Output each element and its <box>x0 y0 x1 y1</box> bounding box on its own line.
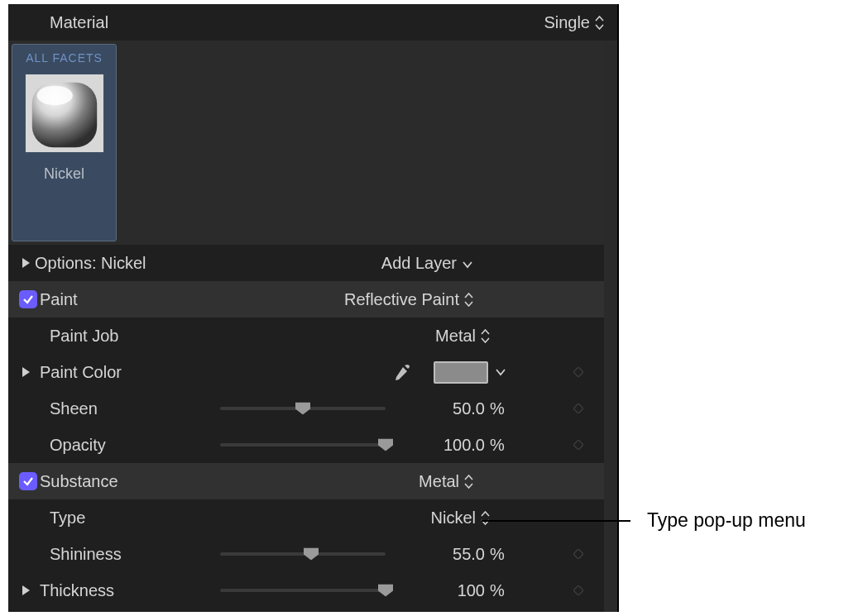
add-layer-popup[interactable]: Add Layer <box>381 254 473 273</box>
disclosure-triangle-icon[interactable] <box>17 585 35 596</box>
opacity-label: Opacity <box>50 436 106 455</box>
add-layer-label: Add Layer <box>381 254 457 273</box>
keyframe-icon[interactable] <box>573 366 584 378</box>
facet-tab-label: ALL FACETS <box>26 51 103 64</box>
substance-label: Substance <box>40 472 118 491</box>
chevron-down-icon <box>462 254 473 273</box>
paint-job-value: Metal <box>435 327 476 346</box>
facet-name: Nickel <box>44 165 84 183</box>
sheen-slider[interactable] <box>220 401 386 416</box>
shininess-row: Shininess 55.0 % <box>8 536 617 572</box>
facets-area: ALL FACETS Nickel <box>8 41 617 245</box>
paint-job-popup[interactable]: Metal <box>435 327 490 346</box>
callout-leader-line <box>482 520 630 522</box>
material-mode-popup[interactable]: Single <box>544 13 604 32</box>
opacity-unit: % <box>490 436 515 455</box>
sheen-label: Sheen <box>50 399 98 418</box>
keyframe-icon[interactable] <box>573 439 584 451</box>
type-row: Type Nickel <box>8 499 617 536</box>
callout-text: Type pop-up menu <box>647 509 806 532</box>
updown-icon <box>595 16 604 30</box>
updown-icon <box>464 475 473 489</box>
opacity-value[interactable]: 100.0 <box>410 436 485 455</box>
paint-job-label: Paint Job <box>50 327 118 346</box>
paint-type-value: Reflective Paint <box>344 290 459 309</box>
shininess-label: Shininess <box>50 545 122 564</box>
material-mode-label: Single <box>544 13 590 32</box>
type-popup[interactable]: Nickel <box>431 509 490 528</box>
disclosure-triangle-icon[interactable] <box>17 366 35 378</box>
substance-enable-checkbox[interactable] <box>19 472 37 490</box>
svg-point-2 <box>36 86 72 106</box>
facet-card[interactable]: ALL FACETS Nickel <box>12 44 117 241</box>
material-header: Material Single <box>8 4 617 41</box>
disclosure-triangle-icon[interactable] <box>17 257 35 269</box>
slider-thumb-icon[interactable] <box>378 439 393 451</box>
paint-color-label: Paint Color <box>40 363 122 382</box>
sheen-unit: % <box>490 399 515 418</box>
paint-job-row: Paint Job Metal <box>8 318 617 354</box>
shininess-slider[interactable] <box>220 547 386 561</box>
keyframe-icon[interactable] <box>573 403 584 414</box>
substance-section-header: Substance Metal <box>8 463 617 499</box>
thickness-label: Thickness <box>40 581 114 600</box>
substance-value: Metal <box>419 472 459 491</box>
slider-thumb-icon[interactable] <box>295 403 310 415</box>
keyframe-icon[interactable] <box>573 548 584 560</box>
material-preview-thumb <box>24 73 105 154</box>
paint-color-row: Paint Color <box>8 354 617 390</box>
shininess-unit: % <box>490 545 515 564</box>
sheen-row: Sheen 50.0 % <box>8 390 617 427</box>
scrollbar[interactable] <box>604 41 617 612</box>
paint-label: Paint <box>40 290 78 309</box>
paint-enable-checkbox[interactable] <box>19 290 37 308</box>
updown-icon <box>481 511 490 525</box>
thickness-unit: % <box>490 581 515 600</box>
shininess-value[interactable]: 55.0 <box>410 545 485 564</box>
thickness-value[interactable]: 100 <box>410 581 485 600</box>
material-title: Material <box>50 13 544 32</box>
paint-color-swatch-menu[interactable] <box>495 368 506 376</box>
sheen-value[interactable]: 50.0 <box>410 399 485 418</box>
updown-icon <box>481 329 490 343</box>
thickness-slider[interactable] <box>220 583 386 598</box>
type-value: Nickel <box>431 509 476 528</box>
paint-type-popup[interactable]: Reflective Paint <box>344 290 473 309</box>
options-row: Options: Nickel Add Layer <box>8 245 617 281</box>
options-label: Options: Nickel <box>35 254 146 273</box>
type-label: Type <box>50 509 85 528</box>
thickness-row: Thickness 100 % <box>8 572 617 609</box>
updown-icon <box>464 293 473 307</box>
substance-popup[interactable]: Metal <box>419 472 473 491</box>
opacity-row: Opacity 100.0 % <box>8 427 617 463</box>
eyedropper-button[interactable] <box>386 362 419 382</box>
paint-section-header: Paint Reflective Paint <box>8 281 617 318</box>
slider-thumb-icon[interactable] <box>304 548 319 561</box>
slider-thumb-icon[interactable] <box>378 585 393 597</box>
paint-color-swatch[interactable] <box>434 361 488 384</box>
opacity-slider[interactable] <box>220 437 386 452</box>
keyframe-icon[interactable] <box>573 585 584 596</box>
